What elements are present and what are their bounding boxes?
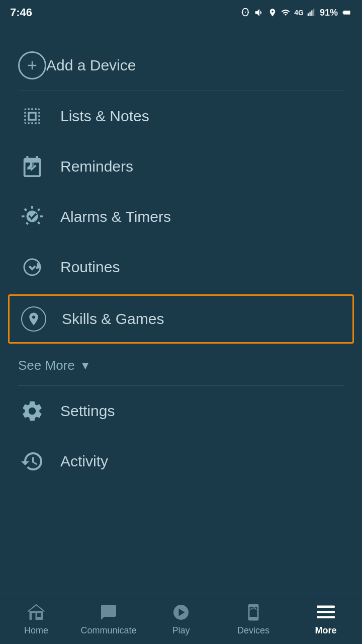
alarms-timers-label: Alarms & Timers — [60, 208, 171, 225]
svg-rect-0 — [308, 14, 309, 16]
skills-games-label: Skills & Games — [62, 310, 164, 328]
svg-rect-7 — [37, 613, 41, 617]
bottom-navigation: Home Communicate Play D — [0, 594, 362, 644]
alarm-icon — [240, 7, 251, 18]
svg-rect-1 — [309, 12, 310, 16]
main-content: Add a Device Lists & Notes Reminders — [0, 25, 362, 487]
add-device-item[interactable]: Add a Device — [0, 40, 362, 91]
routines-label: Routines — [60, 259, 120, 276]
alarms-timers-item[interactable]: Alarms & Timers — [0, 192, 362, 242]
network-type: 4G — [294, 9, 304, 17]
svg-rect-11 — [251, 609, 256, 610]
location-icon — [268, 7, 277, 18]
svg-point-10 — [253, 618, 254, 619]
add-device-label: Add a Device — [46, 57, 136, 74]
more-nav-icon — [316, 602, 336, 622]
battery-icon — [341, 8, 352, 17]
svg-rect-6 — [32, 613, 36, 620]
status-time: 7:46 — [10, 6, 32, 19]
add-device-icon — [18, 51, 46, 79]
routines-icon — [18, 253, 46, 281]
svg-rect-14 — [317, 616, 335, 619]
battery-percent: 91% — [320, 8, 338, 18]
reminders-icon — [18, 152, 46, 181]
devices-nav-label: Devices — [237, 625, 269, 636]
mute-icon — [254, 7, 265, 18]
svg-rect-13 — [317, 611, 335, 613]
svg-rect-2 — [311, 11, 312, 16]
nav-communicate[interactable]: Communicate — [72, 594, 145, 644]
svg-rect-5 — [30, 611, 43, 620]
play-nav-icon — [171, 602, 191, 622]
communicate-nav-label: Communicate — [80, 625, 136, 636]
lists-notes-item[interactable]: Lists & Notes — [0, 91, 362, 141]
reminders-label: Reminders — [60, 158, 133, 175]
home-nav-label: Home — [24, 625, 48, 636]
settings-label: Settings — [60, 403, 115, 420]
settings-item[interactable]: Settings — [0, 386, 362, 436]
skills-games-item[interactable]: Skills & Games — [8, 294, 354, 344]
play-nav-label: Play — [172, 625, 190, 636]
chevron-down-icon: ▼ — [80, 359, 91, 372]
svg-rect-12 — [317, 606, 335, 608]
status-bar: 7:46 4G 91% — [0, 0, 362, 25]
activity-item[interactable]: Activity — [0, 436, 362, 487]
routines-item[interactable]: Routines — [0, 242, 362, 292]
skills-games-icon — [20, 305, 48, 333]
lists-notes-icon — [18, 102, 46, 130]
devices-nav-icon — [243, 602, 263, 622]
activity-label: Activity — [60, 453, 108, 470]
alarms-timers-icon — [18, 203, 46, 231]
signal-icon — [307, 8, 317, 17]
reminders-item[interactable]: Reminders — [0, 141, 362, 192]
wifi-icon — [280, 8, 291, 17]
nav-home[interactable]: Home — [0, 594, 72, 644]
settings-icon — [18, 397, 46, 425]
svg-rect-3 — [313, 9, 314, 16]
nav-play[interactable]: Play — [145, 594, 217, 644]
status-icons: 4G 91% — [240, 7, 352, 18]
see-more-button[interactable]: See More ▼ — [0, 346, 362, 385]
nav-more[interactable]: More — [290, 594, 362, 644]
activity-icon — [18, 447, 46, 475]
home-nav-icon — [26, 602, 46, 622]
see-more-label: See More — [18, 358, 75, 373]
communicate-nav-icon — [99, 602, 119, 622]
lists-notes-label: Lists & Notes — [60, 108, 149, 125]
nav-devices[interactable]: Devices — [217, 594, 290, 644]
more-nav-label: More — [315, 625, 336, 636]
